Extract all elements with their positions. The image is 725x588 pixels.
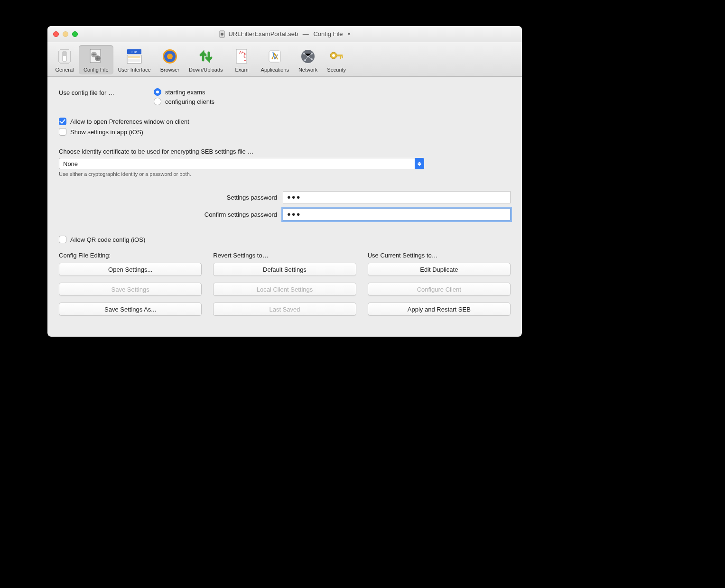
- identity-heading: Choose identity certificate to be used f…: [59, 148, 511, 155]
- radio-starting-label: starting exams: [165, 89, 205, 96]
- tab-config-file[interactable]: Config File: [79, 45, 113, 74]
- config-file-panel: Use config file for … starting exams con…: [47, 77, 522, 337]
- checkbox-show-settings-ios[interactable]: [59, 128, 66, 136]
- window-filename: URLFilterExamPortal.seb: [229, 30, 298, 37]
- tab-user-interface[interactable]: File User Interface: [113, 45, 156, 74]
- tab-label: Security: [327, 67, 346, 73]
- allow-preferences-label: Allow to open Preferences window on clie…: [70, 118, 189, 125]
- allow-qr-label: Allow QR code config (iOS): [70, 236, 145, 243]
- save-settings-button[interactable]: Save Settings: [59, 283, 202, 296]
- radio-configuring-label: configuring clients: [165, 98, 214, 105]
- svg-rect-11: [128, 56, 140, 58]
- window-title: URLFilterExamPortal.seb — Config File ▼: [47, 30, 522, 38]
- apps-icon: [265, 47, 284, 66]
- svg-point-1: [221, 33, 223, 36]
- document-icon: [218, 30, 226, 38]
- svg-rect-4: [63, 52, 66, 56]
- svg-point-25: [332, 54, 335, 57]
- tab-label: User Interface: [118, 67, 151, 73]
- window-panelname: Config File: [313, 30, 343, 37]
- tab-general[interactable]: General: [50, 45, 79, 74]
- local-client-settings-button[interactable]: Local Client Settings: [213, 283, 356, 296]
- radio-configuring-clients[interactable]: [154, 98, 161, 105]
- tab-label: Browser: [160, 67, 179, 73]
- svg-rect-0: [220, 31, 224, 37]
- tab-down-uploads[interactable]: Down/Uploads: [184, 45, 228, 74]
- window-controls: [47, 31, 78, 37]
- identity-select-value: None: [63, 160, 78, 167]
- toolbar: General Config File File User Interface …: [47, 42, 522, 77]
- svg-text:A+: A+: [239, 50, 244, 55]
- settings-password-field[interactable]: ●●●: [283, 191, 511, 203]
- svg-rect-12: [128, 59, 140, 62]
- group-head: Use Current Settings to…: [368, 252, 511, 259]
- tab-security[interactable]: Security: [322, 45, 351, 74]
- confirm-password-label: Confirm settings password: [59, 211, 277, 218]
- switch-icon: [55, 47, 74, 66]
- tab-browser[interactable]: Browser: [156, 45, 184, 74]
- svg-point-14: [167, 54, 173, 59]
- tab-label: General: [55, 67, 74, 73]
- last-saved-button[interactable]: Last Saved: [213, 303, 356, 316]
- window-title-separator: —: [301, 30, 310, 37]
- exam-icon: A+: [232, 47, 251, 66]
- close-window-button[interactable]: [53, 31, 59, 37]
- radio-starting-exams[interactable]: [154, 88, 161, 96]
- group-current: Use Current Settings to… Edit Duplicate …: [368, 252, 511, 322]
- config-file-icon: [86, 47, 105, 66]
- svg-rect-27: [340, 56, 341, 59]
- tab-label: Exam: [235, 67, 249, 73]
- tab-label: Network: [298, 67, 317, 73]
- tab-applications[interactable]: Applications: [256, 45, 294, 74]
- tab-label: Applications: [261, 67, 289, 73]
- svg-rect-28: [342, 56, 343, 58]
- globe-icon: [160, 47, 179, 66]
- configure-client-button[interactable]: Configure Client: [368, 283, 511, 296]
- group-config-editing: Config File Editing: Open Settings... Sa…: [59, 252, 202, 322]
- group-revert: Revert Settings to… Default Settings Loc…: [213, 252, 356, 322]
- show-settings-ios-label: Show settings in app (iOS): [70, 129, 143, 136]
- zoom-window-button[interactable]: [72, 31, 78, 37]
- save-settings-as-button[interactable]: Save Settings As...: [59, 303, 202, 316]
- key-icon: [327, 47, 346, 66]
- group-head: Config File Editing:: [59, 252, 202, 259]
- tab-label: Config File: [84, 67, 109, 73]
- identity-hint: Use either a cryptographic identity or a…: [59, 171, 511, 177]
- group-head: Revert Settings to…: [213, 252, 356, 259]
- confirm-password-field[interactable]: ●●●: [283, 208, 511, 220]
- select-stepper-icon[interactable]: [415, 158, 424, 169]
- settings-password-label: Settings password: [59, 194, 277, 201]
- checkbox-allow-qr[interactable]: [59, 236, 66, 243]
- arrows-icon: [196, 47, 215, 66]
- svg-rect-17: [269, 51, 280, 62]
- tab-network[interactable]: Network: [294, 45, 322, 74]
- default-settings-button[interactable]: Default Settings: [213, 263, 356, 276]
- edit-duplicate-button[interactable]: Edit Duplicate: [368, 263, 511, 276]
- tab-exam[interactable]: A+ Exam: [228, 45, 256, 74]
- apply-restart-button[interactable]: Apply and Restart SEB: [368, 303, 511, 316]
- ui-icon: File: [125, 47, 144, 66]
- tab-label: Down/Uploads: [189, 67, 223, 73]
- identity-select[interactable]: None: [59, 158, 415, 169]
- open-settings-button[interactable]: Open Settings...: [59, 263, 202, 276]
- svg-text:File: File: [131, 50, 137, 54]
- titlebar: URLFilterExamPortal.seb — Config File ▼: [47, 26, 522, 42]
- minimize-window-button[interactable]: [63, 31, 68, 37]
- use-config-for-label: Use config file for …: [59, 88, 154, 96]
- checkbox-allow-preferences[interactable]: [59, 118, 66, 125]
- network-icon: [298, 47, 317, 66]
- svg-rect-26: [336, 55, 343, 56]
- title-dropdown-icon: ▼: [347, 31, 352, 37]
- preferences-window: URLFilterExamPortal.seb — Config File ▼ …: [47, 26, 522, 337]
